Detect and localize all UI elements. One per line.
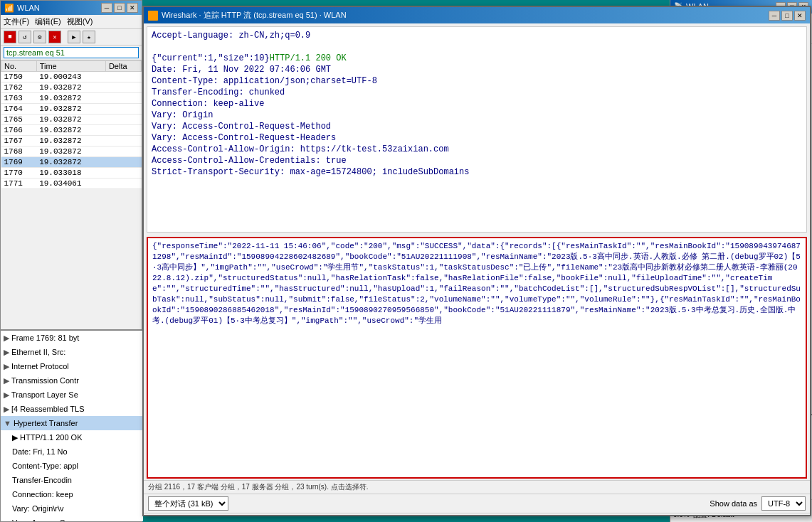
- conversation-select[interactable]: 整个对话 (31 kB): [148, 496, 228, 511]
- detail-date[interactable]: Date: Fri, 11 No: [1, 444, 143, 459]
- wlan-maximize-btn[interactable]: □: [114, 3, 125, 13]
- expand-icon: ▼: [4, 419, 11, 427]
- wlan-menu-bar: 文件(F) 编辑(E) 视图(V): [1, 15, 142, 29]
- header-content-type: Content-Type: application/json;charset=U…: [152, 75, 802, 87]
- desktop: 📶 WLAN ─ □ ✕ 文件(F) 编辑(E) 视图(V) ■ ↺ ⚙ ✕ ▶…: [0, 0, 812, 522]
- detail-frame[interactable]: ▶Frame 1769: 81 byt: [1, 331, 143, 345]
- toolbar-refresh-btn[interactable]: ↺: [19, 31, 31, 43]
- detail-ethernet[interactable]: ▶Ethernet II, Src:: [1, 345, 143, 359]
- ws-titlebar: Wireshark · 追踪 HTTP 流 (tcp.stream eq 51)…: [144, 7, 810, 23]
- wlan-window: 📶 WLAN ─ □ ✕ 文件(F) 编辑(E) 视图(V) ■ ↺ ⚙ ✕ ▶…: [0, 0, 142, 522]
- filter-bar: [1, 46, 142, 60]
- header-date: Date: Fri, 11 Nov 2022 07:46:06 GMT: [152, 64, 802, 75]
- ws-maximize-btn[interactable]: □: [781, 11, 793, 21]
- ws-close-btn[interactable]: ✕: [794, 11, 806, 21]
- wlan-titlebar: 📶 WLAN ─ □ ✕: [1, 1, 142, 15]
- detail-transport[interactable]: ▶Transport Layer Se: [1, 388, 143, 402]
- table-row-selected[interactable]: 176919.032872: [1, 157, 142, 168]
- header-transfer: Transfer-Encoding: chunked: [152, 87, 802, 98]
- detail-transfer[interactable]: Transfer-Encodin: [1, 473, 143, 487]
- detail-http-status[interactable]: ▶ HTTP/1.1 200 OK: [1, 430, 143, 444]
- search-row: 查找: 查找下一个(N): [144, 513, 810, 515]
- expand-icon: ▶: [4, 390, 9, 399]
- header-acac: Access-Control-Allow-Credentials: true: [152, 155, 802, 166]
- toolbar-close-btn[interactable]: ✕: [48, 31, 61, 43]
- wireshark-dialog: Wireshark · 追踪 HTTP 流 (tcp.stream eq 51)…: [142, 6, 811, 516]
- table-row[interactable]: 176819.032872: [1, 147, 142, 157]
- stats-bar: 分组 2116，17 客户端 分组，17 服务器 分组，23 turn(s). …: [144, 480, 810, 494]
- filter-input[interactable]: [4, 47, 139, 58]
- detail-reassembled[interactable]: ▶[4 Reassembled TLS: [1, 402, 143, 416]
- wlan-title-controls: ─ □ ✕: [101, 3, 138, 13]
- encoding-select[interactable]: UTF-8: [761, 496, 806, 511]
- header-vary1: Vary: Origin: [152, 110, 802, 121]
- toolbar-filter-btn[interactable]: ▶: [68, 31, 80, 43]
- ws-dialog-inner: Accept-Language: zh-CN,zh;q=0.9 {"curren…: [144, 23, 810, 515]
- http-status: HTTP/1.1 200 OK: [270, 53, 347, 63]
- table-row[interactable]: 176219.032872: [1, 82, 142, 93]
- menu-view[interactable]: 视图(V): [67, 16, 93, 27]
- wlan-icon: 📶: [4, 4, 14, 13]
- stats-text: 分组 2116，17 客户端 分组，17 服务器 分组，23 turn(s). …: [148, 483, 369, 491]
- header-connection: Connection: keep-alive: [152, 98, 802, 110]
- packet-table: No. Time Delta 175019.000243 176219.0328…: [1, 60, 142, 189]
- header-sts: Strict-Transport-Security: max-age=15724…: [152, 166, 802, 178]
- detail-http[interactable]: ▼Hypertext Transfer: [1, 416, 143, 430]
- col-delta: Delta: [105, 61, 141, 72]
- table-row[interactable]: 175019.000243: [1, 72, 142, 82]
- detail-vary1[interactable]: Vary: Origin\r\v: [1, 501, 143, 516]
- expand-icon: ▶: [4, 362, 9, 371]
- table-row[interactable]: 177019.033018: [1, 168, 142, 179]
- ws-title-text: Wireshark · 追踪 HTTP 流 (tcp.stream eq 51)…: [148, 10, 347, 21]
- expand-icon: ▶: [4, 334, 9, 342]
- ws-title-controls: ─ □ ✕: [769, 11, 806, 21]
- detail-connection[interactable]: Connection: keep: [1, 487, 143, 501]
- wlan-close-btn[interactable]: ✕: [127, 3, 138, 13]
- header-vary2: Vary: Access-Control-Request-Method: [152, 121, 802, 132]
- table-row[interactable]: 176419.032872: [1, 104, 142, 114]
- ws-minimize-btn[interactable]: ─: [769, 11, 780, 21]
- table-row[interactable]: 176319.032872: [1, 93, 142, 104]
- col-time: Time: [36, 61, 105, 72]
- header-accept-lang: Accept-Language: zh-CN,zh;q=0.9: [152, 30, 802, 41]
- menu-file[interactable]: 文件(F): [4, 16, 29, 27]
- header-blank: [152, 41, 802, 53]
- wlan-title-label: WLAN: [17, 4, 40, 12]
- detail-vary2[interactable]: Vary: Access-Co: [1, 516, 143, 521]
- header-current: {"current":1,"size":10}HTTP/1.1 200 OK: [152, 53, 802, 64]
- detail-content-type[interactable]: Content-Type: appl: [1, 459, 143, 473]
- table-row[interactable]: 176719.032872: [1, 136, 142, 147]
- ws-title-label: Wireshark · 追踪 HTTP 流 (tcp.stream eq 51)…: [162, 10, 347, 21]
- table-row[interactable]: 176519.032872: [1, 114, 142, 125]
- expand-icon: ▶: [12, 433, 18, 442]
- col-no: No.: [1, 61, 37, 72]
- expand-icon: ▶: [4, 348, 9, 356]
- toolbar-settings-btn[interactable]: ⚙: [33, 31, 46, 43]
- wireshark-icon: [148, 11, 158, 21]
- header-vary3: Vary: Access-Control-Request-Headers: [152, 132, 802, 144]
- wlan-toolbar: ■ ↺ ⚙ ✕ ▶ ★: [1, 29, 142, 46]
- table-row[interactable]: 177119.034061: [1, 179, 142, 189]
- toolbar-bookmark-btn[interactable]: ★: [83, 31, 95, 43]
- packet-list: No. Time Delta 175019.000243 176219.0328…: [1, 60, 142, 217]
- json-response-area: {"responseTime":"2022-11-11 15:46:06","c…: [147, 237, 807, 479]
- menu-edit[interactable]: 编辑(E): [35, 16, 61, 27]
- expand-icon: ▶: [4, 405, 9, 413]
- controls-area: 整个对话 (31 kB) Show data as UTF-8: [144, 494, 810, 513]
- wlan-minimize-btn[interactable]: ─: [101, 3, 112, 13]
- expand-icon: ▶: [4, 376, 9, 385]
- header-acao: Access-Control-Allow-Origin: https://tk-…: [152, 144, 802, 155]
- wlan-title-left: 📶 WLAN: [4, 4, 40, 13]
- http-content-area: Accept-Language: zh-CN,zh;q=0.9 {"curren…: [147, 26, 807, 233]
- detail-tcp[interactable]: ▶Transmission Contr: [1, 373, 143, 388]
- json-text: {"responseTime":"2022-11-11 15:46:06","c…: [152, 241, 801, 326]
- detail-ip[interactable]: ▶Internet Protocol: [1, 359, 143, 373]
- toolbar-start-btn[interactable]: ■: [4, 31, 16, 43]
- detail-pane: ▶Frame 1769: 81 byt ▶Ethernet II, Src: ▶…: [1, 329, 143, 521]
- show-data-label: Show data as: [710, 499, 757, 508]
- table-row[interactable]: 176619.032872: [1, 125, 142, 136]
